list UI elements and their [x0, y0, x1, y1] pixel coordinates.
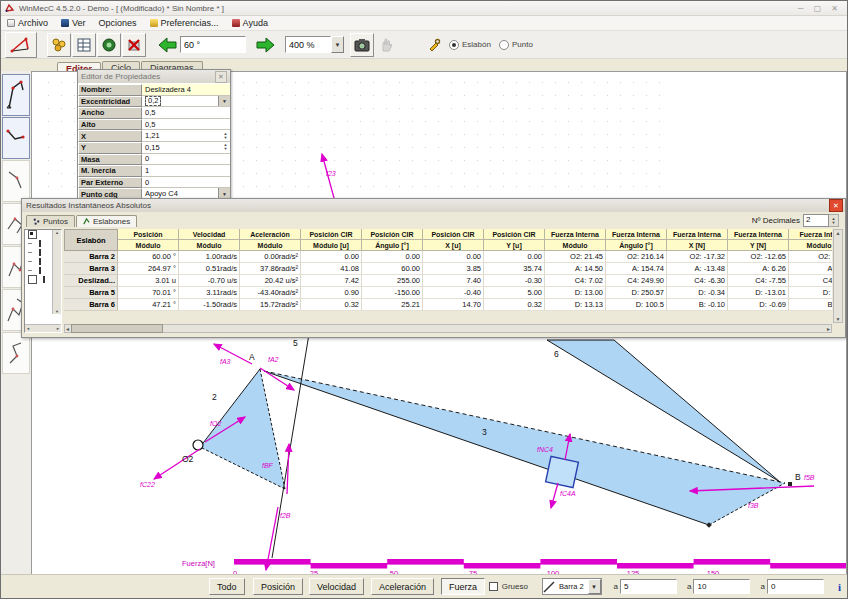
- slider-4[interactable]: [546, 456, 579, 487]
- kinematic-chain-button[interactable]: [47, 33, 71, 57]
- maximize-icon[interactable]: ▢: [809, 2, 826, 15]
- step-forward-button[interactable]: [254, 34, 276, 56]
- table-row[interactable]: Barra 6 47.21 ° -1.50rad/s 15.72rad/s² 0…: [64, 299, 832, 311]
- angle-input[interactable]: 60 °: [180, 36, 246, 53]
- snapshot-button[interactable]: [350, 33, 374, 57]
- table-row[interactable]: Barra 5 70.01 ° 3.11rad/s -43.40rad/s² 0…: [64, 287, 832, 299]
- app-icon: [5, 3, 15, 13]
- simulate-button[interactable]: [97, 33, 121, 57]
- grueso-checkbox-box[interactable]: [489, 582, 498, 591]
- prop-label-alto: Alto: [78, 119, 142, 131]
- element-combo[interactable]: Barra 2 ▼: [542, 578, 602, 595]
- prop-value-x[interactable]: 1,21 ▲▼: [142, 130, 230, 142]
- results-vscroll[interactable]: ▲▼: [833, 229, 843, 323]
- radio-punto[interactable]: Punto: [499, 40, 533, 50]
- zoom-value[interactable]: 400 %: [285, 36, 331, 53]
- column-group-header: Fuerza Interna: [728, 229, 789, 240]
- mechanism-logo-button[interactable]: [5, 32, 37, 58]
- link-3-body[interactable]: [264, 371, 785, 525]
- radio-eslabon-label: Eslabón: [462, 40, 491, 49]
- prop-label-excentricidad: Excentricidad: [78, 96, 142, 108]
- menu-opciones[interactable]: Opciones: [99, 18, 137, 28]
- button-aceleracion[interactable]: Aceleración: [371, 578, 434, 595]
- field-a1-input[interactable]: 5: [620, 579, 677, 594]
- button-todo[interactable]: Todo: [209, 578, 245, 595]
- main-toolbar: 60 ° 400 % ▼ Eslabón: [1, 31, 847, 59]
- prop-value-minercia[interactable]: 1: [142, 165, 230, 177]
- results-hscroll[interactable]: ◄ ►: [64, 324, 832, 333]
- force-fBF-vector[interactable]: [287, 444, 289, 494]
- menu-ayuda[interactable]: Ayuda: [232, 18, 268, 28]
- palette-fourbar-button[interactable]: [2, 74, 30, 116]
- menu-archivo[interactable]: Archivo: [7, 18, 48, 28]
- radio-eslabon-dot[interactable]: [449, 40, 459, 50]
- results-close-icon[interactable]: ✕: [829, 199, 843, 212]
- table-button[interactable]: [72, 33, 96, 57]
- pivot-O2[interactable]: [193, 440, 203, 450]
- element-combo-arrow-icon[interactable]: ▼: [588, 579, 601, 594]
- prop-value-excentricidad[interactable]: 0,2 ▼: [142, 96, 230, 108]
- delete-icon: [126, 37, 142, 53]
- grueso-checkbox[interactable]: Grueso: [489, 582, 528, 591]
- column-group-header: Fuerza Interna: [606, 229, 667, 240]
- hscroll-thumb[interactable]: [71, 324, 163, 333]
- property-editor-title: Editor de Propiedades: [81, 72, 160, 81]
- close-icon[interactable]: ✕: [826, 2, 843, 15]
- table-row[interactable]: Barra 2 60.00 ° 1.00rad/s 0.00rad/s² 0.0…: [64, 251, 832, 263]
- property-editor-close-icon[interactable]: ✕: [215, 71, 227, 83]
- element-list-hscroll[interactable]: ◄►: [25, 324, 61, 332]
- property-editor-titlebar[interactable]: Editor de Propiedades ✕: [78, 70, 230, 83]
- zoom-combo-arrow-icon[interactable]: ▼: [331, 36, 344, 53]
- x-spinner-icon[interactable]: ▲▼: [221, 130, 230, 141]
- palette-crank-button[interactable]: [2, 117, 30, 159]
- link-5-line[interactable]: [272, 334, 309, 558]
- info-icon[interactable]: i: [838, 581, 841, 593]
- palette-slider-button[interactable]: [2, 160, 30, 202]
- row-name: Deslizad...: [64, 275, 118, 287]
- element-list-vscroll[interactable]: ▲▼: [52, 230, 61, 314]
- prop-value-y[interactable]: 0,15 ▲▼: [142, 142, 230, 154]
- results-titlebar[interactable]: Resultados Instantáneos Absolutos ✕: [22, 199, 845, 212]
- menu-preferencias[interactable]: Preferencias...: [150, 18, 219, 28]
- button-velocidad[interactable]: Velocidad: [309, 578, 364, 595]
- palette-linkage5-button[interactable]: [2, 332, 30, 374]
- field-a3-label: a: [760, 582, 764, 591]
- minimize-icon[interactable]: ─: [792, 2, 809, 15]
- field-a3-input[interactable]: 0: [767, 579, 824, 594]
- force-fC4-vector[interactable]: [551, 483, 558, 508]
- point-B-marker[interactable]: [788, 482, 792, 486]
- field-a1: a 5: [614, 579, 677, 594]
- prop-label-masa: Masa: [78, 154, 142, 166]
- excentricidad-combo-arrow-icon[interactable]: ▼: [218, 96, 230, 107]
- element-checkbox-unchecked[interactable]: [28, 275, 37, 284]
- field-a2-input[interactable]: 10: [693, 579, 750, 594]
- radio-eslabon[interactable]: Eslabón: [449, 40, 491, 50]
- prop-value-alto[interactable]: 0,5: [142, 119, 230, 131]
- delete-button[interactable]: [122, 33, 146, 57]
- mdi-restore-icon[interactable]: [7, 19, 15, 27]
- decimals-input[interactable]: 2: [803, 214, 829, 227]
- prop-value-parexterno[interactable]: 0: [142, 177, 230, 189]
- title-bar: WinMecC 4.5.2.0 - Demo - [ (Modificado) …: [1, 1, 847, 16]
- step-back-button[interactable]: [157, 34, 179, 56]
- element-combo-value: Barra 2: [555, 582, 588, 591]
- table-row[interactable]: Barra 3 264.97 ° 0.51rad/s 37.86rad/s² 4…: [64, 263, 832, 275]
- ver-icon: [61, 19, 69, 27]
- prop-value-ancho[interactable]: 0,5: [142, 107, 230, 119]
- prop-value-nombre[interactable]: Deslizadera 4: [142, 84, 230, 96]
- button-posicion[interactable]: Posición: [253, 578, 303, 595]
- button-fuerza[interactable]: Fuerza: [441, 578, 485, 595]
- column-group-header: Fuerza Interna: [667, 229, 728, 240]
- column-sub-header: Ángulo [°]: [362, 240, 423, 251]
- results-tab-eslabones[interactable]: Eslabones: [76, 215, 137, 227]
- results-tab-puntos[interactable]: Puntos: [26, 215, 75, 227]
- zoom-combo[interactable]: 400 % ▼: [285, 36, 344, 53]
- results-element-list[interactable]: ▲▼ ◄►: [24, 229, 62, 333]
- radio-punto-dot[interactable]: [499, 40, 509, 50]
- prop-value-masa[interactable]: 0: [142, 154, 230, 166]
- table-row[interactable]: Deslizad... 3.01 u -0.70 u/s 20.42 u/s² …: [64, 275, 832, 287]
- decimals-spinner-icon[interactable]: ▲▼: [829, 214, 839, 227]
- y-spinner-icon[interactable]: ▲▼: [221, 142, 230, 153]
- element-checkbox-checked[interactable]: [28, 230, 37, 239]
- menu-ver[interactable]: Ver: [61, 18, 86, 28]
